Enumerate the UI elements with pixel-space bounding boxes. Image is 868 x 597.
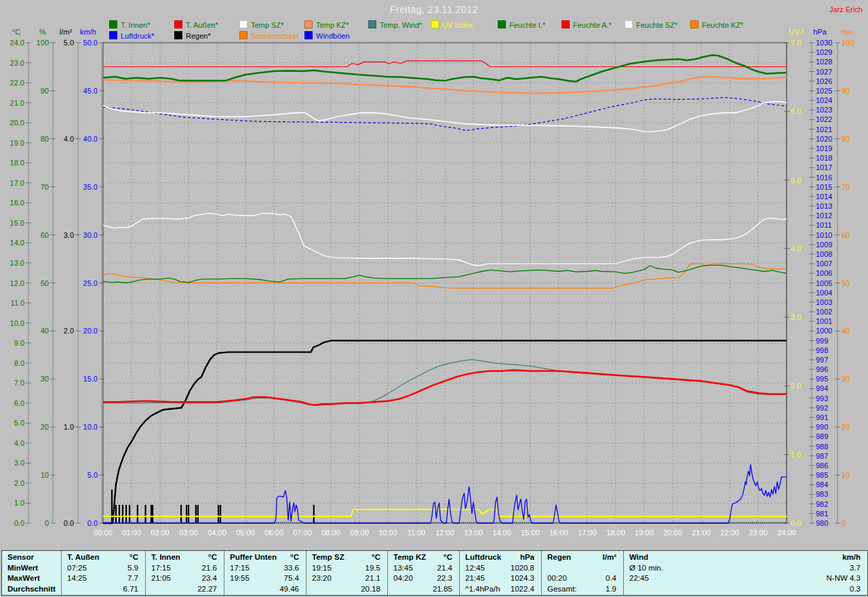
stats-col-luftdruck: LuftdruckhPa12:451020.821:451024.3^1.4hP… bbox=[460, 551, 542, 595]
stats-cell: 17:1521.6 bbox=[146, 563, 224, 574]
axis-tick-label: 16.0 bbox=[10, 199, 24, 207]
axis-tick-label: 1014 bbox=[816, 192, 832, 201]
axis-tick-label: 990 bbox=[816, 423, 828, 431]
axis-tick-label: 7.0 bbox=[14, 379, 24, 387]
stats-cell: Ø 10 min.3.7 bbox=[624, 563, 867, 574]
axis-tick-label: 100 bbox=[37, 39, 49, 47]
axis-tick-label: 999 bbox=[816, 337, 828, 345]
stats-header: Temp SZ°C bbox=[307, 552, 387, 563]
axis-tick-label: 90 bbox=[41, 87, 49, 95]
stats-cell: 04:2022.3 bbox=[388, 573, 459, 584]
stats-header: Puffer Unten°C bbox=[224, 552, 306, 563]
axis-tick-label: 1003 bbox=[816, 298, 832, 306]
axis-tick-label: 988 bbox=[816, 442, 828, 451]
axis-tick-label: 40 bbox=[41, 327, 49, 335]
axis-tick-label: 17.0 bbox=[10, 179, 24, 187]
x-tick-label: 23:00 bbox=[749, 529, 768, 537]
x-tick-label: 00:00 bbox=[94, 529, 113, 537]
stats-cell: Durchschnitt bbox=[2, 584, 61, 595]
axis-tick-label: 989 bbox=[816, 432, 828, 440]
axis-tick-label: 1027 bbox=[816, 68, 832, 76]
x-tick-label: 05:00 bbox=[236, 529, 255, 537]
stats-cell: 0.3 bbox=[624, 584, 867, 595]
stats-cell: 22:45N-NW 4.3 bbox=[624, 573, 867, 584]
axis-tick-label: 981 bbox=[816, 510, 828, 518]
axis-tick-label: 992 bbox=[816, 404, 828, 412]
axis-tick-label: 80 bbox=[842, 135, 850, 143]
stats-cell: 19:1519.5 bbox=[307, 563, 387, 574]
axis-tick-label: 1030 bbox=[816, 39, 832, 47]
axis-tick-label: 6.0 bbox=[14, 399, 24, 407]
axis-unit-UV-I: UV-I bbox=[789, 28, 803, 36]
axis-tick-label: 15.0 bbox=[83, 375, 98, 383]
axis-tick-label: 10.0 bbox=[83, 423, 98, 431]
axis-tick-label: 2.0 bbox=[14, 479, 24, 487]
axis-tick-label: 10 bbox=[842, 471, 850, 479]
axis-tick-label: 1022 bbox=[816, 115, 832, 123]
axis-tick-label: 1024 bbox=[816, 96, 832, 104]
axis-tick-label: 13.0 bbox=[10, 259, 24, 267]
axis-tick-label: 14.0 bbox=[10, 239, 24, 247]
axis-tick-label: 1023 bbox=[816, 106, 832, 114]
axis-tick-label: 23.0 bbox=[10, 59, 24, 67]
stats-cell: 49.46 bbox=[224, 584, 306, 595]
axis-tick-label: 30 bbox=[41, 375, 49, 383]
axis-tick-label: 6.0 bbox=[791, 107, 801, 115]
x-tick-label: 18:00 bbox=[606, 529, 625, 537]
axis-tick-label: 1004 bbox=[816, 289, 832, 297]
axis-tick-label: 1016 bbox=[816, 173, 832, 182]
axis-tick-label: 983 bbox=[816, 490, 828, 498]
stats-cell: Gesamt:1.9 bbox=[542, 584, 623, 595]
axis-tick-label: 90 bbox=[842, 87, 850, 95]
axis-tick-label: 0 bbox=[842, 519, 846, 527]
axis-tick-label: 10 bbox=[41, 471, 49, 479]
axis-tick-label: 986 bbox=[816, 461, 828, 470]
x-tick-label: 06:00 bbox=[264, 529, 283, 537]
stats-col-temp-sz: Temp SZ°C19:1519.523:2021.120.18 bbox=[307, 551, 388, 595]
axis-tick-label: 1008 bbox=[816, 250, 832, 258]
axis-tick-label: 2.0 bbox=[64, 327, 74, 335]
axis-tick-label: 997 bbox=[816, 356, 828, 364]
axis-tick-label: 1010 bbox=[816, 231, 832, 239]
x-tick-label: 13:00 bbox=[464, 529, 483, 537]
axis-tick-label: 4.0 bbox=[64, 135, 74, 143]
axis-unit-°C: °C bbox=[12, 28, 20, 36]
stats-cell: 00:200.4 bbox=[542, 573, 623, 584]
x-tick-label: 02:00 bbox=[151, 529, 170, 537]
stats-header: Regenl/m² bbox=[542, 552, 623, 563]
axis-tick-label: 22.0 bbox=[10, 79, 24, 87]
axis-tick-label: 3.0 bbox=[64, 231, 74, 239]
axis-tick-label: 5.0 bbox=[64, 39, 74, 47]
stats-col-puffer-unten: Puffer Unten°C17:1533.619:5575.449.46 bbox=[224, 551, 307, 595]
axis-tick-label: 4.0 bbox=[791, 245, 801, 253]
axis-tick-label: 15.0 bbox=[10, 219, 24, 227]
axis-tick-label: 1026 bbox=[816, 77, 832, 85]
axis-unit-hPa: hPa bbox=[813, 28, 827, 36]
stats-cell: 21.85 bbox=[388, 584, 459, 595]
axis-tick-label: 19.0 bbox=[10, 139, 24, 147]
axis-tick-label: 60 bbox=[41, 231, 49, 239]
stats-header: T. Innen°C bbox=[146, 552, 224, 563]
axis-tick-label: 24.0 bbox=[10, 39, 24, 47]
axis-tick-label: 20 bbox=[41, 423, 49, 431]
axis-tick-label: 70 bbox=[41, 183, 49, 191]
stats-cell: 21:451024.3 bbox=[460, 573, 541, 584]
axis-tick-label: 1.0 bbox=[64, 423, 74, 431]
stats-cell: 23:2021.1 bbox=[307, 573, 387, 584]
axis-tick-label: 3.0 bbox=[14, 459, 24, 467]
axis-tick-label: 0.0 bbox=[791, 519, 801, 527]
axis-tick-label: 5.0 bbox=[14, 419, 24, 427]
axis-tick-label: 5.0 bbox=[791, 176, 801, 184]
axis-tick-label: 80 bbox=[41, 135, 49, 143]
axis-tick-label: 50 bbox=[41, 279, 49, 287]
axis-tick-label: 0.0 bbox=[64, 519, 74, 527]
axis-tick-label: 60 bbox=[842, 231, 850, 239]
axis-tick-label: 30.0 bbox=[83, 231, 98, 239]
axis-tick-label: 7.0 bbox=[791, 39, 801, 47]
x-tick-label: 10:00 bbox=[378, 529, 397, 537]
axis-tick-label: 1028 bbox=[816, 58, 832, 66]
series-temp_sz bbox=[103, 102, 787, 131]
stats-cell: 12:451020.8 bbox=[460, 563, 541, 574]
axis-tick-label: 1018 bbox=[816, 154, 832, 162]
axis-tick-label: 1000 bbox=[816, 327, 832, 335]
